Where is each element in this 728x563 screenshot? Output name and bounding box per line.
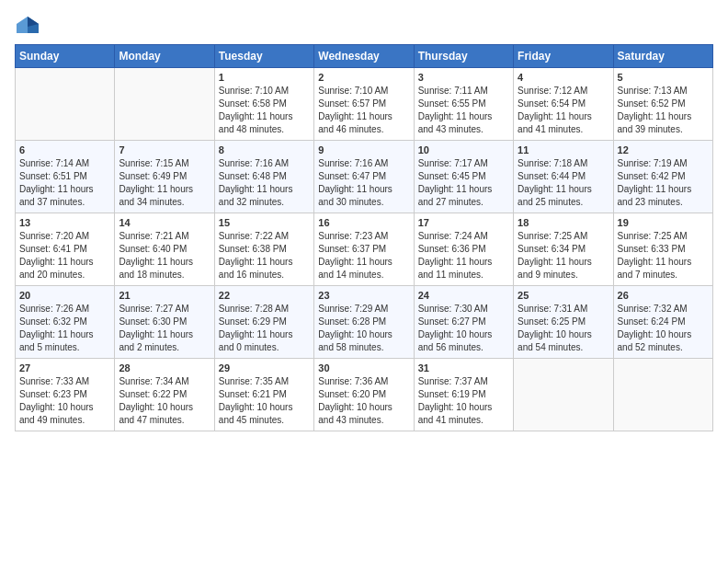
calendar-day-cell: [514, 359, 613, 431]
day-info: Sunrise: 7:14 AM Sunset: 6:51 PM Dayligh…: [19, 157, 110, 209]
calendar-day-cell: 12Sunrise: 7:19 AM Sunset: 6:42 PM Dayli…: [613, 141, 712, 213]
day-info: Sunrise: 7:35 AM Sunset: 6:21 PM Dayligh…: [219, 375, 310, 427]
day-number: 6: [19, 144, 110, 155]
day-info: Sunrise: 7:36 AM Sunset: 6:20 PM Dayligh…: [318, 375, 409, 427]
day-info: Sunrise: 7:34 AM Sunset: 6:22 PM Dayligh…: [119, 375, 210, 427]
day-number: 30: [318, 362, 409, 373]
day-info: Sunrise: 7:17 AM Sunset: 6:45 PM Dayligh…: [418, 157, 509, 209]
weekday-header-row: SundayMondayTuesdayWednesdayThursdayFrid…: [16, 45, 713, 68]
day-number: 4: [518, 72, 609, 83]
day-info: Sunrise: 7:20 AM Sunset: 6:41 PM Dayligh…: [19, 230, 110, 282]
day-info: Sunrise: 7:22 AM Sunset: 6:38 PM Dayligh…: [219, 230, 310, 282]
day-number: 23: [318, 290, 409, 301]
day-info: Sunrise: 7:37 AM Sunset: 6:19 PM Dayligh…: [418, 375, 509, 427]
day-info: Sunrise: 7:27 AM Sunset: 6:30 PM Dayligh…: [119, 303, 210, 354]
calendar-day-cell: 14Sunrise: 7:21 AM Sunset: 6:40 PM Dayli…: [115, 213, 214, 286]
day-info: Sunrise: 7:25 AM Sunset: 6:33 PM Dayligh…: [618, 230, 709, 282]
day-info: Sunrise: 7:15 AM Sunset: 6:49 PM Dayligh…: [119, 157, 210, 209]
day-number: 12: [618, 144, 709, 155]
calendar-day-cell: [16, 68, 115, 141]
day-number: 15: [219, 217, 310, 228]
day-number: 24: [418, 290, 509, 301]
day-number: 3: [418, 72, 509, 83]
day-info: Sunrise: 7:10 AM Sunset: 6:58 PM Dayligh…: [219, 85, 310, 136]
day-number: 14: [119, 217, 210, 228]
day-info: Sunrise: 7:19 AM Sunset: 6:42 PM Dayligh…: [618, 157, 709, 209]
day-number: 25: [518, 290, 609, 301]
calendar-day-cell: 8Sunrise: 7:16 AM Sunset: 6:48 PM Daylig…: [214, 141, 313, 213]
calendar-week-row: 6Sunrise: 7:14 AM Sunset: 6:51 PM Daylig…: [16, 141, 713, 213]
day-info: Sunrise: 7:28 AM Sunset: 6:29 PM Dayligh…: [219, 303, 310, 354]
calendar-day-cell: 22Sunrise: 7:28 AM Sunset: 6:29 PM Dayli…: [214, 286, 313, 359]
calendar-day-cell: 23Sunrise: 7:29 AM Sunset: 6:28 PM Dayli…: [314, 286, 414, 359]
day-number: 31: [418, 362, 509, 373]
calendar-day-cell: 3Sunrise: 7:11 AM Sunset: 6:55 PM Daylig…: [414, 68, 513, 141]
day-number: 29: [219, 362, 310, 373]
weekday-header-sunday: Sunday: [16, 45, 115, 68]
calendar-day-cell: 13Sunrise: 7:20 AM Sunset: 6:41 PM Dayli…: [16, 213, 115, 286]
calendar-day-cell: 17Sunrise: 7:24 AM Sunset: 6:36 PM Dayli…: [414, 213, 513, 286]
day-info: Sunrise: 7:33 AM Sunset: 6:23 PM Dayligh…: [19, 375, 110, 427]
weekday-header-thursday: Thursday: [414, 45, 513, 68]
weekday-header-friday: Friday: [514, 45, 613, 68]
calendar-day-cell: 6Sunrise: 7:14 AM Sunset: 6:51 PM Daylig…: [16, 141, 115, 213]
day-info: Sunrise: 7:11 AM Sunset: 6:55 PM Dayligh…: [418, 85, 509, 136]
day-number: 26: [618, 290, 709, 301]
calendar-day-cell: [613, 359, 712, 431]
calendar-day-cell: 5Sunrise: 7:13 AM Sunset: 6:52 PM Daylig…: [613, 68, 712, 141]
day-number: 21: [119, 290, 210, 301]
day-number: 8: [219, 144, 310, 155]
day-info: Sunrise: 7:23 AM Sunset: 6:37 PM Dayligh…: [318, 230, 409, 282]
calendar-day-cell: [115, 68, 214, 141]
calendar-week-row: 27Sunrise: 7:33 AM Sunset: 6:23 PM Dayli…: [16, 359, 713, 431]
day-info: Sunrise: 7:31 AM Sunset: 6:25 PM Dayligh…: [518, 303, 609, 354]
day-number: 9: [318, 144, 409, 155]
day-info: Sunrise: 7:16 AM Sunset: 6:47 PM Dayligh…: [318, 157, 409, 209]
day-number: 22: [219, 290, 310, 301]
weekday-header-saturday: Saturday: [613, 45, 712, 68]
weekday-header-wednesday: Wednesday: [314, 45, 414, 68]
calendar-day-cell: 19Sunrise: 7:25 AM Sunset: 6:33 PM Dayli…: [613, 213, 712, 286]
calendar-day-cell: 24Sunrise: 7:30 AM Sunset: 6:27 PM Dayli…: [414, 286, 513, 359]
calendar-day-cell: 30Sunrise: 7:36 AM Sunset: 6:20 PM Dayli…: [314, 359, 414, 431]
day-info: Sunrise: 7:24 AM Sunset: 6:36 PM Dayligh…: [418, 230, 509, 282]
day-number: 10: [418, 144, 509, 155]
calendar-table: SundayMondayTuesdayWednesdayThursdayFrid…: [15, 44, 713, 431]
calendar-day-cell: 28Sunrise: 7:34 AM Sunset: 6:22 PM Dayli…: [115, 359, 214, 431]
svg-marker-1: [17, 17, 28, 33]
day-info: Sunrise: 7:13 AM Sunset: 6:52 PM Dayligh…: [618, 85, 709, 136]
day-number: 1: [219, 72, 310, 83]
calendar-day-cell: 18Sunrise: 7:25 AM Sunset: 6:34 PM Dayli…: [514, 213, 613, 286]
calendar-day-cell: 2Sunrise: 7:10 AM Sunset: 6:57 PM Daylig…: [314, 68, 414, 141]
day-number: 17: [418, 217, 509, 228]
day-info: Sunrise: 7:26 AM Sunset: 6:32 PM Dayligh…: [19, 303, 110, 354]
calendar-day-cell: 11Sunrise: 7:18 AM Sunset: 6:44 PM Dayli…: [514, 141, 613, 213]
calendar-week-row: 1Sunrise: 7:10 AM Sunset: 6:58 PM Daylig…: [16, 68, 713, 141]
day-number: 20: [19, 290, 110, 301]
day-info: Sunrise: 7:10 AM Sunset: 6:57 PM Dayligh…: [318, 85, 409, 136]
day-info: Sunrise: 7:25 AM Sunset: 6:34 PM Dayligh…: [518, 230, 609, 282]
day-number: 5: [618, 72, 709, 83]
calendar-week-row: 20Sunrise: 7:26 AM Sunset: 6:32 PM Dayli…: [16, 286, 713, 359]
calendar-day-cell: 29Sunrise: 7:35 AM Sunset: 6:21 PM Dayli…: [214, 359, 313, 431]
weekday-header-tuesday: Tuesday: [214, 45, 313, 68]
day-info: Sunrise: 7:16 AM Sunset: 6:48 PM Dayligh…: [219, 157, 310, 209]
day-number: 7: [119, 144, 210, 155]
day-info: Sunrise: 7:32 AM Sunset: 6:24 PM Dayligh…: [618, 303, 709, 354]
calendar-day-cell: 26Sunrise: 7:32 AM Sunset: 6:24 PM Dayli…: [613, 286, 712, 359]
page-header: [15, 15, 713, 35]
calendar-day-cell: 4Sunrise: 7:12 AM Sunset: 6:54 PM Daylig…: [514, 68, 613, 141]
logo-icon: [15, 15, 40, 35]
day-number: 11: [518, 144, 609, 155]
calendar-day-cell: 25Sunrise: 7:31 AM Sunset: 6:25 PM Dayli…: [514, 286, 613, 359]
calendar-day-cell: 7Sunrise: 7:15 AM Sunset: 6:49 PM Daylig…: [115, 141, 214, 213]
day-number: 2: [318, 72, 409, 83]
day-info: Sunrise: 7:29 AM Sunset: 6:28 PM Dayligh…: [318, 303, 409, 354]
day-info: Sunrise: 7:18 AM Sunset: 6:44 PM Dayligh…: [518, 157, 609, 209]
calendar-day-cell: 20Sunrise: 7:26 AM Sunset: 6:32 PM Dayli…: [16, 286, 115, 359]
day-number: 16: [318, 217, 409, 228]
calendar-day-cell: 1Sunrise: 7:10 AM Sunset: 6:58 PM Daylig…: [214, 68, 313, 141]
day-number: 19: [618, 217, 709, 228]
day-number: 13: [19, 217, 110, 228]
day-number: 28: [119, 362, 210, 373]
